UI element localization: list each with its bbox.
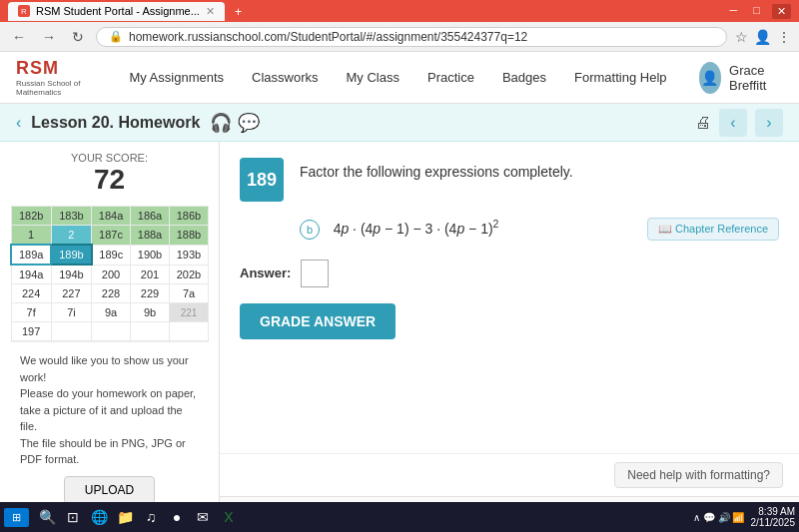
search-taskbar-icon[interactable]: 🔍 (35, 505, 59, 529)
grid-cell[interactable]: 193b (170, 245, 209, 265)
grid-cell[interactable]: 1 (11, 226, 51, 246)
grid-cell[interactable]: 7i (51, 303, 91, 322)
grid-cell[interactable]: 197 (11, 322, 51, 341)
grid-cell[interactable]: 194a (11, 265, 51, 284)
grid-cell[interactable]: 228 (92, 284, 131, 303)
formatting-help-btn[interactable]: Need help with formatting? (614, 462, 783, 488)
grid-cell[interactable]: 194b (51, 265, 91, 284)
close-btn[interactable]: ✕ (772, 4, 791, 19)
chapter-reference-btn[interactable]: 📖 Chapter Reference (647, 218, 779, 241)
lock-icon: 🔒 (109, 30, 123, 43)
prev-question-btn[interactable]: ‹ (719, 109, 747, 137)
app-header: RSM Russian School of Mathematics My Ass… (0, 52, 799, 104)
answer-section: Answer: (240, 260, 779, 287)
tab-close-icon[interactable]: ✕ (206, 5, 215, 18)
mail-icon[interactable]: ✉ (191, 505, 215, 529)
grid-cell[interactable]: 189c (92, 245, 131, 265)
taskbar-icons: 🔍 ⊡ 🌐 📁 ♫ ● ✉ X (35, 505, 241, 529)
grid-cell[interactable]: 201 (131, 265, 170, 284)
excel-icon[interactable]: X (217, 505, 241, 529)
upload-button[interactable]: UPLOAD (64, 476, 155, 504)
edge-icon[interactable]: 🌐 (87, 505, 111, 529)
nav-formatting-help[interactable]: Formatting Help (562, 64, 678, 91)
logo: RSM Russian School of Mathematics (16, 58, 97, 97)
grid-cell[interactable]: 221 (170, 303, 209, 322)
grid-cell[interactable]: 9b (131, 303, 170, 322)
date: 2/11/2025 (751, 517, 796, 528)
grid-cell[interactable]: 224 (11, 284, 51, 303)
tab-favicon: R (18, 5, 30, 17)
grid-cell[interactable]: 189a (11, 245, 51, 265)
table-row: 189a 189b 189c 190b 193b (11, 245, 209, 265)
grid-cell[interactable]: 184a (92, 207, 131, 226)
title-bar: R RSM Student Portal - Assignme... ✕ + ─… (0, 0, 799, 22)
back-to-lessons-btn[interactable]: ‹ (16, 114, 21, 132)
taskview-icon[interactable]: ⊡ (61, 505, 85, 529)
maximize-btn[interactable]: □ (749, 4, 764, 19)
grid-cell[interactable]: 186b (170, 207, 209, 226)
back-button[interactable]: ← (8, 27, 30, 47)
print-btn[interactable]: 🖨 (695, 114, 711, 132)
lesson-icon-1: 🎧 (210, 112, 232, 134)
chrome-icon[interactable]: ● (165, 505, 189, 529)
question-text: Factor the following expressions complet… (300, 158, 779, 180)
upload-message: We would like you to show us your work!P… (20, 352, 199, 468)
nav-practice[interactable]: Practice (415, 64, 486, 91)
taskbar-right: ∧ 💬 🔊 📶 8:39 AM 2/11/2025 (693, 506, 795, 528)
grid-cell[interactable]: 186a (131, 207, 170, 226)
table-row: 7f 7i 9a 9b 221 (11, 303, 209, 322)
right-panel: 189 Factor the following expressions com… (220, 142, 799, 532)
grid-cell[interactable]: 183b (51, 207, 91, 226)
nav-my-assignments[interactable]: My Assignments (117, 64, 236, 91)
question-number: 189 (240, 158, 284, 202)
title-bar-left: R RSM Student Portal - Assignme... ✕ + (8, 2, 246, 21)
grid-cell[interactable]: 182b (11, 207, 51, 226)
grade-answer-button[interactable]: GRADE ANSWER (240, 303, 396, 339)
grid-cell[interactable]: 7f (11, 303, 51, 322)
forward-button[interactable]: → (38, 27, 60, 47)
grid-cell[interactable]: 2 (51, 226, 91, 246)
table-row: 224 227 228 229 7a (11, 284, 209, 303)
refresh-button[interactable]: ↻ (68, 27, 88, 47)
taskbar: ⊞ 🔍 ⊡ 🌐 📁 ♫ ● ✉ X ∧ 💬 🔊 📶 8:39 AM 2/11/2… (0, 502, 799, 532)
spotify-icon[interactable]: ♫ (139, 505, 163, 529)
table-row: 194a 194b 200 201 202b (11, 265, 209, 284)
grid-cell[interactable]: 229 (131, 284, 170, 303)
menu-icon[interactable]: ⋮ (777, 29, 791, 45)
question-header: 189 Factor the following expressions com… (240, 158, 779, 202)
new-tab-icon[interactable]: + (231, 4, 247, 19)
tab-title: RSM Student Portal - Assignme... (36, 5, 200, 17)
grid-cell[interactable]: 188b (170, 226, 209, 246)
avatar: 👤 (699, 62, 722, 94)
grid-cell[interactable]: 9a (92, 303, 131, 322)
lesson-title: Lesson 20. Homework (31, 114, 200, 132)
grid-cell[interactable]: 187c (92, 226, 131, 246)
browser-tab[interactable]: R RSM Student Portal - Assignme... ✕ (8, 2, 225, 21)
nav-my-class[interactable]: My Class (335, 64, 411, 91)
answer-input-box[interactable] (301, 260, 329, 287)
nav-menu: My Assignments Classworks My Class Pract… (117, 64, 678, 91)
bookmark-icon[interactable]: ☆ (735, 29, 748, 45)
score-label: YOUR SCORE: (10, 152, 209, 164)
logo-sub: Russian School of Mathematics (16, 79, 97, 97)
grid-cell[interactable]: 190b (131, 245, 170, 265)
profile-icon[interactable]: 👤 (754, 29, 771, 45)
grid-cell[interactable]: 200 (92, 265, 131, 284)
minimize-btn[interactable]: ─ (726, 4, 742, 19)
explorer-icon[interactable]: 📁 (113, 505, 137, 529)
grid-cell[interactable]: 188a (131, 226, 170, 246)
next-question-btn[interactable]: › (755, 109, 783, 137)
grid-cell-selected[interactable]: 189b (51, 245, 91, 265)
math-expression: 4p · (4p − 1) − 3 · (4p − 1)2 (334, 221, 499, 237)
grid-cell[interactable]: 7a (170, 284, 209, 303)
url-input[interactable]: 🔒 homework.russianschool.com/StudentPort… (96, 27, 727, 47)
nav-classworks[interactable]: Classworks (240, 64, 330, 91)
lesson-header-right: 🖨 ‹ › (695, 109, 783, 137)
start-button[interactable]: ⊞ (4, 508, 29, 527)
grid-cell[interactable]: 202b (170, 265, 209, 284)
grid-cell[interactable]: 227 (51, 284, 91, 303)
question-body: b 4p · (4p − 1) − 3 · (4p − 1)2 📖 Chapte… (300, 218, 779, 240)
nav-badges[interactable]: Badges (490, 64, 558, 91)
address-bar: ← → ↻ 🔒 homework.russianschool.com/Stude… (0, 22, 799, 52)
system-tray: ∧ 💬 🔊 📶 (693, 512, 744, 523)
